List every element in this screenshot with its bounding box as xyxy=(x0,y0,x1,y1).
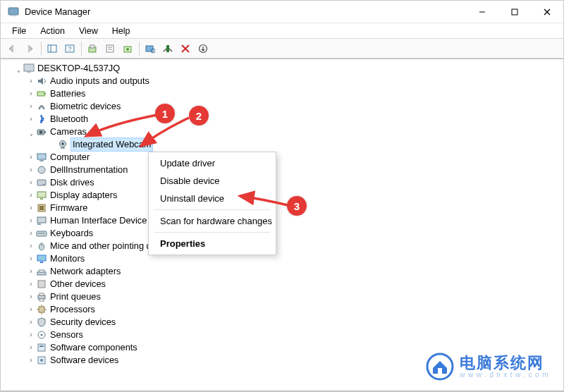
svg-point-61 xyxy=(41,334,43,336)
svg-rect-36 xyxy=(37,180,46,185)
toolbar: ? xyxy=(1,39,563,59)
context-uninstall-device[interactable]: Uninstall device xyxy=(150,190,274,207)
svg-rect-12 xyxy=(106,45,114,52)
svg-rect-29 xyxy=(44,131,46,133)
app-icon xyxy=(8,6,19,18)
svg-rect-51 xyxy=(38,281,45,288)
svg-rect-54 xyxy=(39,299,44,301)
watermark: 电脑系统网 www.dnxtw.com xyxy=(426,353,551,381)
show-hide-tree-button[interactable] xyxy=(44,41,61,56)
svg-rect-67 xyxy=(438,368,442,374)
window-title: Device Manager xyxy=(25,6,466,17)
softcomp-icon xyxy=(36,342,47,353)
enable-device-button[interactable] xyxy=(119,41,136,56)
category-audio-inputs-and-outputs[interactable]: ›Audio inputs and outputs xyxy=(26,75,559,87)
category-processors[interactable]: ›Processors xyxy=(26,303,559,316)
context-update-driver[interactable]: Update driver xyxy=(150,154,274,172)
mouse-icon xyxy=(36,240,47,252)
category-security-devices[interactable]: ›Security devices xyxy=(26,316,559,329)
svg-rect-62 xyxy=(38,344,45,351)
svg-rect-33 xyxy=(37,154,46,159)
category-print-queues[interactable]: ›Print queues xyxy=(26,290,559,303)
webcam-icon xyxy=(57,139,68,150)
svg-rect-6 xyxy=(48,45,56,52)
context-disable-device[interactable]: Disable device xyxy=(150,172,274,190)
svg-point-65 xyxy=(40,359,43,362)
context-separator-1 xyxy=(154,209,270,210)
add-legacy-button[interactable] xyxy=(195,41,212,56)
properties-button[interactable] xyxy=(102,41,118,56)
security-icon xyxy=(36,317,47,328)
category-human-interface-device[interactable]: ›Human Interface Device xyxy=(26,214,559,227)
svg-rect-48 xyxy=(37,255,46,261)
svg-rect-43 xyxy=(37,223,41,225)
svg-text:?: ? xyxy=(68,45,71,52)
svg-point-28 xyxy=(39,130,42,133)
category-sensors[interactable]: ›Sensors xyxy=(26,329,559,341)
minimize-button[interactable] xyxy=(466,1,498,23)
watermark-house-icon xyxy=(426,353,454,381)
svg-point-37 xyxy=(43,184,44,185)
context-menu: Update driver Disable device Uninstall d… xyxy=(148,152,276,255)
display-icon xyxy=(36,190,47,201)
category-keyboards[interactable]: ›Keyboards xyxy=(26,227,559,240)
update-driver-button[interactable] xyxy=(84,41,101,56)
svg-rect-24 xyxy=(27,71,31,73)
tree-root[interactable]: ˬDESKTOP-4L537JQ xyxy=(13,62,559,75)
svg-rect-53 xyxy=(39,293,44,295)
help-button[interactable]: ? xyxy=(61,41,78,56)
category-monitors[interactable]: ›Monitors xyxy=(26,252,559,265)
svg-point-31 xyxy=(61,142,64,145)
category-batteries[interactable]: ›Batteries xyxy=(26,87,559,100)
context-scan-hardware[interactable]: Scan for hardware changes xyxy=(150,212,274,230)
category-dellinstrumentation[interactable]: ›DellInstrumentation xyxy=(26,164,559,176)
category-network-adapters[interactable]: ›Network adapters xyxy=(26,265,559,278)
svg-rect-23 xyxy=(24,64,34,71)
menu-view[interactable]: View xyxy=(72,24,105,38)
nav-back-button[interactable] xyxy=(4,41,20,56)
firmware-icon xyxy=(36,202,47,214)
menubar: File Action View Help xyxy=(1,23,563,39)
svg-rect-52 xyxy=(38,295,45,299)
category-bluetooth[interactable]: ›Bluetooth xyxy=(26,113,559,125)
svg-rect-25 xyxy=(37,92,44,96)
sensor-icon xyxy=(36,329,47,341)
category-mice-and-other-pointing-devices[interactable]: ›Mice and other pointing devices xyxy=(26,240,559,252)
category-biometric-devices[interactable]: ›Biometric devices xyxy=(26,100,559,113)
svg-rect-19 xyxy=(166,45,169,52)
other-icon xyxy=(36,278,47,290)
scan-hardware-button[interactable] xyxy=(142,41,159,56)
svg-rect-3 xyxy=(512,9,517,15)
svg-rect-42 xyxy=(37,217,46,223)
device-tree[interactable]: ˬDESKTOP-4L537JQ›Audio inputs and output… xyxy=(1,59,563,391)
computer-icon xyxy=(23,63,35,74)
biometric-icon xyxy=(36,101,47,112)
svg-rect-39 xyxy=(40,198,43,200)
category-disk-drives[interactable]: ›Disk drives xyxy=(26,176,559,189)
context-properties[interactable]: Properties xyxy=(150,235,274,252)
menu-help[interactable]: Help xyxy=(105,24,137,38)
category-cameras[interactable]: ˬCameras xyxy=(26,125,559,138)
battery-icon xyxy=(36,88,47,99)
svg-rect-0 xyxy=(8,8,18,15)
disable-device-button[interactable] xyxy=(159,41,176,56)
callout-2: 2 xyxy=(189,106,209,125)
callout-1: 1 xyxy=(155,104,175,123)
device-integrated-webcam[interactable]: ›Integrated Webcam xyxy=(47,138,559,151)
dell-icon xyxy=(36,164,47,176)
computer-icon xyxy=(36,152,47,163)
uninstall-device-button[interactable] xyxy=(177,41,194,56)
svg-rect-1 xyxy=(11,15,16,16)
menu-action[interactable]: Action xyxy=(33,24,72,38)
svg-point-16 xyxy=(126,48,129,51)
network-icon xyxy=(36,266,47,277)
maximize-button[interactable] xyxy=(498,1,531,23)
category-other-devices[interactable]: ›Other devices xyxy=(26,278,559,290)
menu-file[interactable]: File xyxy=(5,24,33,38)
nav-forward-button[interactable] xyxy=(21,41,38,56)
category-computer[interactable]: ›Computer xyxy=(26,151,559,164)
device-manager-window: Device Manager File Action View Help ? ˬ… xyxy=(0,0,564,392)
svg-rect-55 xyxy=(39,307,44,312)
watermark-url: www.dnxtw.com xyxy=(460,371,551,379)
close-button[interactable] xyxy=(531,1,563,23)
